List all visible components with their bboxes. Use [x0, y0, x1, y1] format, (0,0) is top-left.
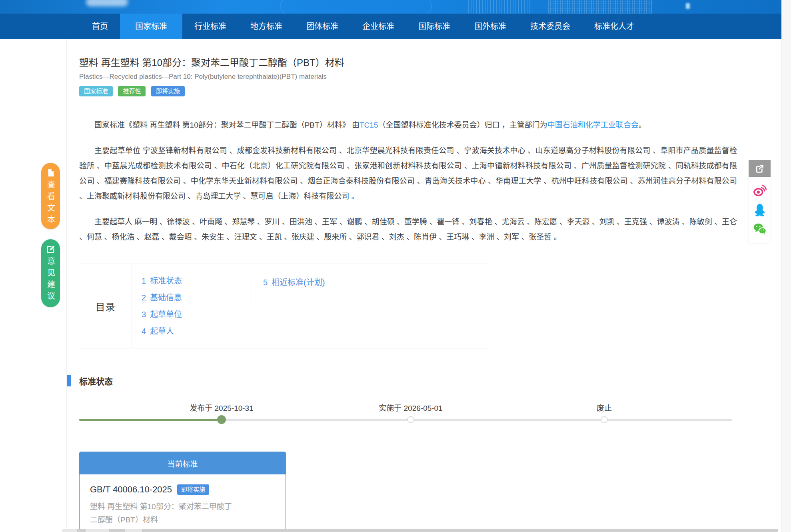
banner-arc-decoration — [280, 0, 432, 14]
intro-text-3: 。 — [639, 121, 646, 129]
status-section-title: 标准状态 — [79, 375, 113, 387]
milestone-abolished-dot — [601, 416, 608, 423]
nav-item-national-standards[interactable]: 国家标准 — [120, 14, 182, 39]
tc15-link[interactable]: TC15 — [360, 121, 378, 129]
qq-icon[interactable] — [753, 203, 767, 216]
status-timeline: 发布于 2025-10-31 实施于 2026-05-01 废止 — [79, 402, 737, 431]
strip-segment — [125, 529, 142, 532]
table-of-contents: 目录 1标准状态 2基础信息 3起草单位 4起草人 5相近标准(计划) — [79, 264, 490, 348]
drafters-paragraph: 主要起草人 麻一明 、徐禄波 、叶南飚 、郑慧琴 、罗川 、田洪池 、王军 、谢… — [79, 214, 737, 245]
milestone-implemented-label: 实施于 2026-05-01 — [379, 402, 442, 413]
drafting-units-paragraph: 主要起草单位 宁波坚锋新材料有限公司 、成都金发科技新材料有限公司 、北京华塑晨… — [79, 143, 737, 204]
top-banner — [0, 0, 781, 14]
current-standard-body: GB/T 40006.10-2025 即将实施 塑料 再生塑料 第10部分：聚对… — [80, 474, 286, 532]
badge-national-standard: 国家标准 — [79, 86, 113, 96]
nav-item-home[interactable]: 首页 — [80, 14, 120, 39]
page-title-english: Plastics—Recycled plastics—Part 10: Poly… — [79, 73, 737, 81]
bottom-scroll-strip[interactable] — [62, 529, 778, 532]
banner-circuit-decoration-2 — [548, 0, 652, 14]
share-bar — [749, 160, 771, 243]
toc-label: 起草人 — [150, 327, 174, 336]
timeline-progress — [79, 419, 222, 421]
toc-link-drafters[interactable]: 4起草人 — [142, 326, 250, 336]
toc-num: 1 — [142, 276, 146, 285]
toc-link-similar-standards[interactable]: 5相近标准(计划) — [263, 278, 325, 287]
feedback-button[interactable]: 意见建议 — [41, 239, 60, 307]
page-scrollbar-gutter[interactable] — [781, 0, 791, 532]
toc-label: 标准状态 — [150, 276, 182, 285]
nav-item-industry-standards[interactable]: 行业标准 — [182, 14, 238, 39]
toc-link-status[interactable]: 1标准状态 — [142, 276, 250, 286]
standard-description: 塑料 再生塑料 第10部分：聚对苯二甲酸丁二醇酯（PBT）材料 — [90, 500, 238, 526]
toc-link-drafting-units[interactable]: 3起草单位 — [142, 310, 250, 319]
toc-num: 3 — [142, 310, 146, 319]
toc-num: 5 — [263, 278, 268, 287]
toc-num: 4 — [142, 327, 146, 336]
banner-circuit-decoration — [468, 0, 532, 14]
toc-title: 目录 — [79, 264, 132, 348]
nav-item-standardization-talent[interactable]: 标准化人才 — [582, 14, 646, 39]
nav-item-technical-committee[interactable]: 技术委员会 — [518, 14, 582, 39]
toc-label: 相近标准(计划) — [272, 278, 325, 287]
banner-glow-decoration — [86, 0, 128, 6]
wechat-icon[interactable] — [753, 222, 767, 236]
toc-column-1: 1标准状态 2基础信息 3起草单位 4起草人 — [132, 264, 250, 348]
intro-paragraph: 国家标准《塑料 再生塑料 第10部分：聚对苯二甲酸丁二醇酯（PBT）材料》 由T… — [79, 118, 737, 133]
toc-label: 起草单位 — [150, 310, 182, 319]
view-text-label: 查看文本 — [46, 180, 55, 227]
ministry-link[interactable]: 中国石油和化学工业联合会 — [547, 121, 639, 129]
divider — [79, 105, 737, 105]
nav-item-group-standards[interactable]: 团体标准 — [294, 14, 350, 39]
strip-segment — [86, 529, 109, 532]
toc-column-2: 5相近标准(计划) — [250, 276, 325, 306]
weibo-icon[interactable] — [753, 184, 767, 197]
milestone-implemented-dot — [407, 416, 414, 423]
milestone-published-label: 发布于 2025-10-31 — [190, 402, 253, 413]
document-icon — [46, 168, 55, 177]
toc-label: 基础信息 — [150, 293, 182, 302]
toc-num: 2 — [142, 293, 146, 302]
nav-item-local-standards[interactable]: 地方标准 — [238, 14, 294, 39]
banner-light-decoration — [686, 3, 690, 9]
section-marker — [67, 375, 71, 386]
page-title: 塑料 再生塑料 第10部分：聚对苯二甲酸丁二醇酯（PBT）材料 — [79, 56, 737, 70]
main-nav: 首页 国家标准 行业标准 地方标准 团体标准 企业标准 国际标准 国外标准 技术… — [0, 14, 781, 39]
current-standard-header: 当前标准 — [80, 452, 286, 474]
status-section-header: 标准状态 — [67, 375, 737, 387]
feedback-label: 意见建议 — [46, 257, 55, 303]
nav-item-foreign-standards[interactable]: 国外标准 — [462, 14, 518, 39]
current-standard-card: 当前标准 GB/T 40006.10-2025 即将实施 塑料 再生塑料 第10… — [79, 452, 286, 532]
toc-link-basic-info[interactable]: 2基础信息 — [142, 293, 250, 302]
share-platforms — [749, 177, 771, 243]
standard-code[interactable]: GB/T 40006.10-2025 — [90, 484, 172, 495]
badge-recommended: 推荐性 — [118, 86, 146, 96]
edit-icon — [46, 245, 55, 254]
intro-text-1: 国家标准《塑料 再生塑料 第10部分：聚对苯二甲酸丁二醇酯（PBT）材料》 由 — [94, 121, 360, 129]
milestone-published-dot — [217, 415, 226, 424]
intro-text-2: （全国塑料标准化技术委员会）归口 ，主管部门为 — [378, 121, 547, 129]
main-content: 塑料 再生塑料 第10部分：聚对苯二甲酸丁二醇酯（PBT）材料 Plastics… — [66, 39, 748, 532]
nav-item-international-standards[interactable]: 国际标准 — [406, 14, 462, 39]
share-icon[interactable] — [749, 160, 771, 177]
view-text-button[interactable]: 查看文本 — [41, 163, 60, 229]
section-header-line — [122, 381, 737, 381]
strip-segment — [62, 529, 77, 532]
milestone-abolished-label: 废止 — [597, 402, 612, 413]
badge-row: 国家标准 推荐性 即将实施 — [79, 86, 737, 96]
standard-status-badge: 即将实施 — [177, 484, 209, 495]
nav-item-enterprise-standards[interactable]: 企业标准 — [350, 14, 406, 39]
badge-upcoming: 即将实施 — [151, 86, 185, 96]
